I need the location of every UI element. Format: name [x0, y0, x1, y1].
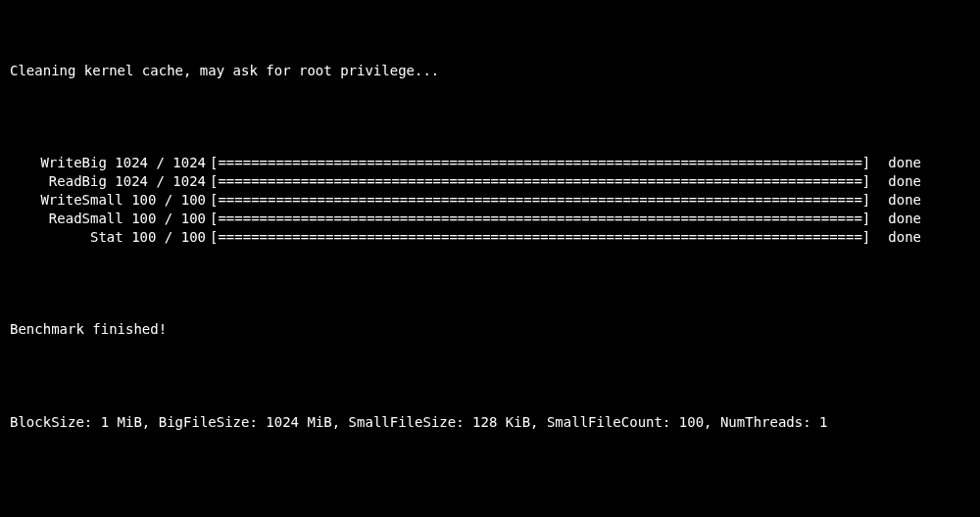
param-value: 1024 [266, 414, 299, 430]
param-key: SmallFileCount: [547, 414, 679, 430]
progress-label: WriteBig 1024 / 1024 [10, 154, 210, 172]
progress-bar: [=======================================… [210, 210, 870, 228]
param-value: 1 [101, 414, 109, 430]
param-unit: MiB, [299, 414, 349, 430]
param-unit: , [704, 414, 720, 430]
progress-section: WriteBig 1024 / 1024[===================… [10, 154, 970, 246]
progress-status: done [870, 210, 921, 228]
progress-row: WriteSmall 100 / 100[===================… [10, 191, 970, 210]
progress-label: WriteSmall 100 / 100 [10, 191, 210, 210]
progress-bar: [=======================================… [210, 228, 870, 247]
progress-row: ReadBig 1024 / 1024[====================… [10, 172, 970, 191]
progress-label: Stat 100 / 100 [10, 228, 210, 247]
progress-status: done [870, 191, 921, 210]
param-unit: KiB, [497, 414, 547, 430]
params-line: BlockSize: 1 MiB, BigFileSize: 1024 MiB,… [10, 413, 970, 432]
time-used-line: Time used: 7.3 s, CPU: 76.1%, Memory: 10… [10, 505, 970, 517]
progress-row: ReadSmall 100 / 100[====================… [10, 210, 970, 228]
param-key: SmallFileSize: [349, 414, 472, 430]
param-unit: MiB, [109, 414, 159, 430]
progress-status: done [870, 154, 921, 172]
progress-row: Stat 100 / 100[=========================… [10, 228, 970, 247]
param-key: BlockSize: [10, 414, 101, 430]
cleaning-line: Cleaning kernel cache, may ask for root … [10, 62, 970, 80]
param-value: 128 [472, 414, 497, 430]
param-key: NumThreads: [720, 414, 819, 430]
progress-bar: [=======================================… [210, 191, 870, 210]
progress-row: WriteBig 1024 / 1024[===================… [10, 154, 970, 172]
progress-label: ReadBig 1024 / 1024 [10, 172, 210, 191]
progress-status: done [870, 172, 921, 191]
progress-label: ReadSmall 100 / 100 [10, 210, 210, 228]
param-value: 1 [819, 414, 827, 430]
progress-bar: [=======================================… [210, 172, 870, 191]
terminal-output: Cleaning kernel cache, may ask for root … [0, 0, 980, 517]
progress-bar: [=======================================… [210, 154, 870, 172]
param-value: 100 [679, 414, 704, 430]
finished-line: Benchmark finished! [10, 320, 970, 339]
progress-status: done [870, 228, 921, 247]
param-key: BigFileSize: [159, 414, 267, 430]
